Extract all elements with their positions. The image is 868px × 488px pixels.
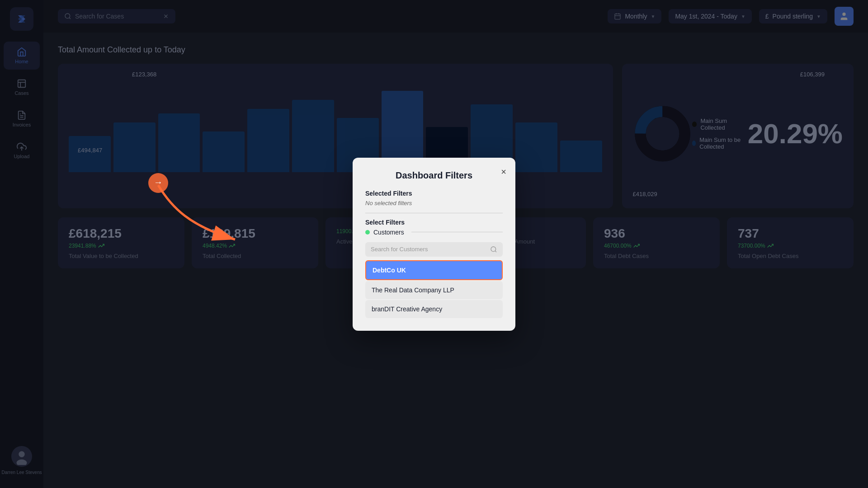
customers-dot-icon [365,230,370,235]
customer-search-icon [490,246,497,253]
svg-point-25 [148,173,168,193]
customers-label: Customers [373,229,404,236]
filter-item-debtco[interactable]: DebtCo UK [365,260,503,280]
filter-item-brandit[interactable]: branDIT Creative Agency [365,300,503,318]
filter-divider-line [411,232,503,232]
customers-filter-label: Customers [365,229,503,236]
customer-search-input[interactable] [371,246,486,253]
modal-title: Dashboard Filters [365,170,503,181]
no-filters-text: No selected filters [365,200,503,206]
filter-list: DebtCo UK The Real Data Company LLP bran… [365,260,503,318]
annotation-arrow: → [145,172,262,253]
modal-overlay[interactable]: × Dashboard Filters Selected Filters No … [0,0,868,488]
modal-divider [365,213,503,213]
customer-search-bar[interactable] [365,242,503,257]
select-filters-label: Select Filters [365,219,503,226]
svg-line-23 [495,251,496,252]
svg-text:→: → [154,177,163,187]
filter-item-realdata[interactable]: The Real Data Company LLP [365,281,503,299]
modal-close-button[interactable]: × [501,167,506,177]
svg-point-22 [491,247,496,252]
selected-filters-label: Selected Filters [365,190,503,197]
dashboard-filters-modal: × Dashboard Filters Selected Filters No … [353,158,515,331]
